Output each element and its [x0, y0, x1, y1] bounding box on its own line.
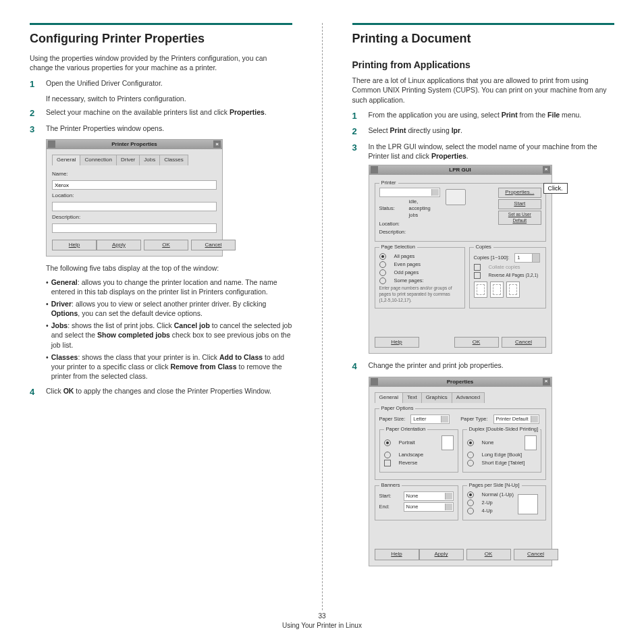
radio-all[interactable] [379, 253, 386, 260]
ok-button[interactable]: OK [454, 337, 499, 348]
bullet-general: General: allows you to change the printe… [51, 277, 292, 296]
step-2: Select your machine on the available pri… [46, 107, 267, 119]
copies-label: Copies [1~100]: [474, 254, 510, 261]
collate-checkbox[interactable] [474, 264, 481, 271]
printer-legend: Printer [379, 180, 398, 186]
click-callout: Click. [543, 183, 568, 194]
ok-button[interactable]: OK [144, 240, 188, 251]
description-input[interactable] [52, 223, 217, 233]
radio-some[interactable] [379, 277, 386, 284]
right-subheading: Printing from Applications [352, 59, 615, 72]
cancel-button[interactable]: Cancel [514, 549, 558, 560]
heading-rule [352, 23, 615, 25]
heading-rule [30, 23, 292, 25]
right-intro: There are a lot of Linux applications th… [352, 76, 615, 105]
left-intro: Using the properties window provided by … [30, 53, 292, 72]
status-label: Status: [379, 205, 404, 212]
step-num: 1 [30, 78, 39, 90]
name-input[interactable] [52, 180, 217, 190]
page-icon [474, 281, 487, 298]
duplex-legend: Duplex [Double-Sided Printing] [467, 426, 541, 433]
copies-spinner[interactable]: 1 [514, 253, 540, 263]
help-button[interactable]: Help [375, 337, 419, 348]
radio-4up[interactable] [467, 508, 474, 514]
lpr-gui-window: LPR GUI × Printer Status:idle, accepting… [369, 165, 552, 354]
printer-select[interactable] [379, 188, 440, 197]
tab-general[interactable]: General [52, 155, 80, 165]
name-label: Name: [52, 171, 217, 178]
location-label: Location: [379, 221, 400, 227]
left-column: Configuring Printer Properties Using the… [24, 23, 298, 610]
tab-advanced[interactable]: Advanced [452, 392, 485, 403]
tab-general[interactable]: General [375, 392, 403, 403]
close-icon[interactable]: × [543, 166, 550, 173]
window-title: Properties [447, 379, 474, 386]
step-num: 2 [352, 126, 362, 138]
copies-legend: Copies [474, 244, 493, 250]
radio-none[interactable] [467, 439, 474, 446]
printer-icon [446, 189, 466, 205]
help-button[interactable]: Help [52, 240, 97, 251]
properties-window: Properties × General Text Graphics Advan… [369, 377, 552, 566]
radio-long-edge[interactable] [467, 452, 474, 458]
apply-button[interactable]: Apply [419, 549, 464, 560]
duplex-icon [525, 435, 537, 450]
menu-icon[interactable] [371, 166, 378, 173]
tab-graphics[interactable]: Graphics [421, 392, 452, 403]
window-titlebar: Printer Properties × [47, 140, 222, 149]
end-label: End: [379, 504, 398, 510]
set-default-button[interactable]: Set as User Default [498, 211, 541, 225]
radio-odd[interactable] [379, 269, 386, 276]
properties-button[interactable]: Properties... [498, 188, 541, 198]
reverse-checkbox[interactable] [474, 272, 481, 279]
location-input[interactable] [52, 202, 217, 211]
help-button[interactable]: Help [375, 549, 419, 560]
window-titlebar: LPR GUI × [369, 165, 552, 175]
end-select[interactable]: None [404, 502, 454, 512]
apply-button[interactable]: Apply [97, 240, 141, 251]
bullet-classes: Classes: shows the class that your print… [51, 352, 292, 381]
paperopt-legend: Paper Options [379, 405, 416, 412]
cancel-button[interactable]: Cancel [191, 240, 236, 251]
menu-icon[interactable] [48, 140, 55, 148]
close-icon[interactable]: × [213, 140, 221, 148]
start-select[interactable]: None [404, 491, 454, 501]
tab-text[interactable]: Text [402, 392, 422, 403]
step-num: 4 [30, 386, 39, 398]
footer-text: Using Your Printer in Linux [24, 621, 620, 630]
tab-connection[interactable]: Connection [80, 155, 116, 165]
r-step-2: Select Print directly using lpr. [369, 126, 463, 138]
radio-landscape[interactable] [384, 452, 391, 458]
papersize-label: Paper Size: [379, 416, 406, 423]
nup-icon [518, 494, 538, 514]
step-num: 3 [30, 124, 39, 136]
radio-short-edge[interactable] [467, 460, 474, 466]
close-icon[interactable]: × [543, 378, 550, 385]
radio-1up[interactable] [467, 491, 474, 498]
tab-driver[interactable]: Driver [116, 155, 140, 165]
start-label: Start: [379, 493, 398, 500]
window-title: LPR GUI [449, 167, 471, 174]
radio-portrait[interactable] [384, 439, 391, 446]
radio-2up[interactable] [467, 500, 474, 506]
nup-legend: Pages per Side [N-Up] [467, 482, 522, 489]
page-number: 33 [24, 612, 620, 621]
page-icon [490, 281, 504, 298]
start-button[interactable]: Start [498, 199, 541, 209]
papertype-select[interactable]: Printer Default [493, 414, 539, 424]
right-heading: Printing a Document [352, 30, 615, 47]
ok-button[interactable]: OK [466, 549, 511, 560]
window-title: Printer Properties [111, 141, 157, 149]
radio-even[interactable] [379, 261, 386, 268]
papersize-select[interactable]: Letter [410, 414, 450, 424]
tab-jobs[interactable]: Jobs [139, 155, 160, 165]
menu-icon[interactable] [371, 378, 378, 385]
tabs-intro: The following five tabs display at the t… [46, 263, 292, 273]
reverse-checkbox[interactable] [384, 460, 391, 466]
cancel-button[interactable]: Cancel [502, 337, 546, 348]
step-num: 1 [352, 110, 362, 122]
orientation-icon [441, 435, 454, 450]
page-icon [506, 281, 520, 298]
step-1: Open the Unified Driver Configurator. [46, 78, 163, 90]
tab-classes[interactable]: Classes [159, 155, 188, 165]
